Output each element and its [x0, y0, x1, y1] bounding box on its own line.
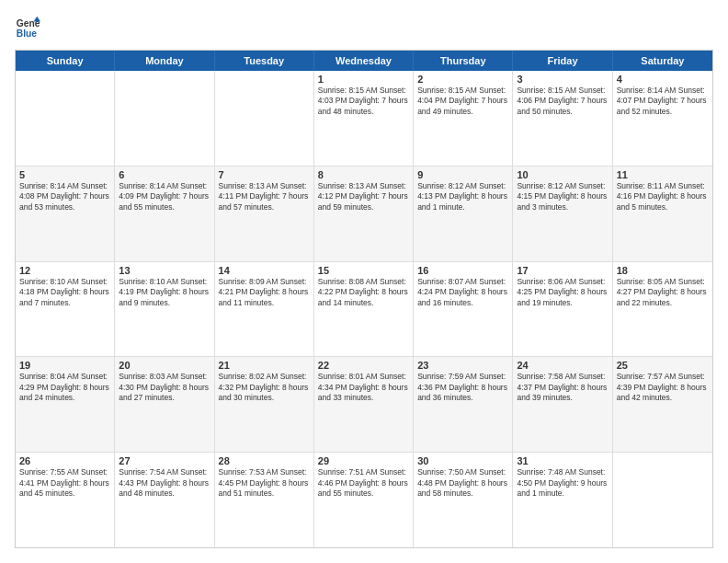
day-number: 17	[517, 265, 608, 276]
cell-info: Sunrise: 7:50 AM Sunset: 4:48 PM Dayligh…	[417, 467, 508, 499]
day-number: 13	[119, 265, 210, 276]
cell-info: Sunrise: 8:15 AM Sunset: 4:03 PM Dayligh…	[318, 86, 409, 117]
calendar-cell: 24Sunrise: 7:58 AM Sunset: 4:37 PM Dayli…	[513, 357, 612, 452]
day-number: 31	[517, 455, 608, 466]
calendar-cell: 11Sunrise: 8:11 AM Sunset: 4:16 PM Dayli…	[613, 167, 712, 261]
weekday-header: Saturday	[613, 51, 712, 71]
day-number: 22	[318, 360, 409, 371]
day-number: 26	[19, 455, 110, 466]
day-number: 10	[517, 169, 608, 180]
calendar-cell: 2Sunrise: 8:15 AM Sunset: 4:04 PM Daylig…	[414, 71, 513, 166]
cell-info: Sunrise: 7:59 AM Sunset: 4:36 PM Dayligh…	[417, 372, 508, 403]
day-number: 9	[417, 169, 508, 180]
calendar-cell: 28Sunrise: 7:53 AM Sunset: 4:45 PM Dayli…	[215, 453, 314, 547]
calendar-cell: 31Sunrise: 7:48 AM Sunset: 4:50 PM Dayli…	[513, 453, 612, 547]
calendar-cell: 18Sunrise: 8:05 AM Sunset: 4:27 PM Dayli…	[613, 262, 712, 357]
cell-info: Sunrise: 8:15 AM Sunset: 4:06 PM Dayligh…	[517, 86, 608, 117]
cell-info: Sunrise: 7:54 AM Sunset: 4:43 PM Dayligh…	[119, 467, 210, 499]
calendar-cell	[115, 71, 214, 166]
cell-info: Sunrise: 8:05 AM Sunset: 4:27 PM Dayligh…	[617, 277, 709, 308]
day-number: 19	[19, 360, 110, 371]
cell-info: Sunrise: 7:55 AM Sunset: 4:41 PM Dayligh…	[19, 467, 110, 499]
cell-info: Sunrise: 7:48 AM Sunset: 4:50 PM Dayligh…	[517, 467, 608, 499]
calendar-header: SundayMondayTuesdayWednesdayThursdayFrid…	[16, 51, 712, 71]
day-number: 1	[318, 74, 409, 85]
weekday-header: Thursday	[414, 51, 513, 71]
calendar-cell: 5Sunrise: 8:14 AM Sunset: 4:08 PM Daylig…	[16, 167, 115, 261]
cell-info: Sunrise: 8:13 AM Sunset: 4:11 PM Dayligh…	[219, 181, 310, 213]
cell-info: Sunrise: 8:11 AM Sunset: 4:16 PM Dayligh…	[617, 181, 709, 213]
calendar-cell: 7Sunrise: 8:13 AM Sunset: 4:11 PM Daylig…	[215, 167, 314, 261]
calendar-cell: 16Sunrise: 8:07 AM Sunset: 4:24 PM Dayli…	[414, 262, 513, 357]
logo-icon: General Blue	[15, 15, 40, 40]
calendar-row: 5Sunrise: 8:14 AM Sunset: 4:08 PM Daylig…	[16, 167, 712, 262]
calendar-cell: 25Sunrise: 7:57 AM Sunset: 4:39 PM Dayli…	[613, 357, 712, 452]
calendar-cell: 6Sunrise: 8:14 AM Sunset: 4:09 PM Daylig…	[115, 167, 214, 261]
day-number: 12	[19, 265, 110, 276]
calendar-cell: 29Sunrise: 7:51 AM Sunset: 4:46 PM Dayli…	[314, 453, 414, 547]
calendar-cell: 10Sunrise: 8:12 AM Sunset: 4:15 PM Dayli…	[513, 167, 612, 261]
calendar-cell: 26Sunrise: 7:55 AM Sunset: 4:41 PM Dayli…	[16, 453, 115, 547]
calendar-cell: 12Sunrise: 8:10 AM Sunset: 4:18 PM Dayli…	[16, 262, 115, 357]
calendar-cell: 21Sunrise: 8:02 AM Sunset: 4:32 PM Dayli…	[215, 357, 314, 452]
calendar-cell: 3Sunrise: 8:15 AM Sunset: 4:06 PM Daylig…	[513, 71, 612, 166]
weekday-header: Tuesday	[215, 51, 314, 71]
day-number: 2	[417, 74, 508, 85]
day-number: 14	[219, 265, 310, 276]
calendar-cell: 23Sunrise: 7:59 AM Sunset: 4:36 PM Dayli…	[414, 357, 513, 452]
calendar-row: 12Sunrise: 8:10 AM Sunset: 4:18 PM Dayli…	[16, 262, 712, 358]
calendar-cell: 20Sunrise: 8:03 AM Sunset: 4:30 PM Dayli…	[115, 357, 214, 452]
weekday-header: Monday	[115, 51, 214, 71]
header: General Blue	[15, 15, 713, 40]
day-number: 4	[617, 74, 709, 85]
day-number: 30	[417, 455, 508, 466]
calendar-cell	[16, 71, 115, 166]
calendar-cell: 8Sunrise: 8:13 AM Sunset: 4:12 PM Daylig…	[314, 167, 414, 261]
day-number: 11	[617, 169, 709, 180]
calendar-cell: 30Sunrise: 7:50 AM Sunset: 4:48 PM Dayli…	[414, 453, 513, 547]
day-number: 28	[219, 455, 310, 466]
day-number: 7	[219, 169, 310, 180]
calendar-cell: 1Sunrise: 8:15 AM Sunset: 4:03 PM Daylig…	[314, 71, 414, 166]
calendar-cell: 22Sunrise: 8:01 AM Sunset: 4:34 PM Dayli…	[314, 357, 414, 452]
calendar-cell: 17Sunrise: 8:06 AM Sunset: 4:25 PM Dayli…	[513, 262, 612, 357]
cell-info: Sunrise: 8:13 AM Sunset: 4:12 PM Dayligh…	[318, 181, 409, 213]
day-number: 29	[318, 455, 409, 466]
cell-info: Sunrise: 8:03 AM Sunset: 4:30 PM Dayligh…	[119, 372, 210, 403]
cell-info: Sunrise: 8:07 AM Sunset: 4:24 PM Dayligh…	[417, 277, 508, 308]
calendar-row: 19Sunrise: 8:04 AM Sunset: 4:29 PM Dayli…	[16, 357, 712, 453]
calendar-cell: 19Sunrise: 8:04 AM Sunset: 4:29 PM Dayli…	[16, 357, 115, 452]
weekday-header: Sunday	[16, 51, 115, 71]
page: General Blue SundayMondayTuesdayWednesda…	[0, 0, 728, 563]
cell-info: Sunrise: 8:14 AM Sunset: 4:07 PM Dayligh…	[617, 86, 709, 117]
cell-info: Sunrise: 8:08 AM Sunset: 4:22 PM Dayligh…	[318, 277, 409, 308]
cell-info: Sunrise: 8:12 AM Sunset: 4:15 PM Dayligh…	[517, 181, 608, 213]
calendar-cell: 27Sunrise: 7:54 AM Sunset: 4:43 PM Dayli…	[115, 453, 214, 547]
cell-info: Sunrise: 8:10 AM Sunset: 4:19 PM Dayligh…	[119, 277, 210, 308]
day-number: 18	[617, 265, 709, 276]
calendar-cell: 4Sunrise: 8:14 AM Sunset: 4:07 PM Daylig…	[613, 71, 712, 166]
cell-info: Sunrise: 8:14 AM Sunset: 4:08 PM Dayligh…	[19, 181, 110, 213]
day-number: 21	[219, 360, 310, 371]
cell-info: Sunrise: 8:06 AM Sunset: 4:25 PM Dayligh…	[517, 277, 608, 308]
weekday-header: Friday	[513, 51, 612, 71]
calendar-cell: 13Sunrise: 8:10 AM Sunset: 4:19 PM Dayli…	[115, 262, 214, 357]
cell-info: Sunrise: 7:57 AM Sunset: 4:39 PM Dayligh…	[617, 372, 709, 403]
logo: General Blue	[15, 15, 40, 40]
cell-info: Sunrise: 8:12 AM Sunset: 4:13 PM Dayligh…	[417, 181, 508, 213]
calendar-row: 1Sunrise: 8:15 AM Sunset: 4:03 PM Daylig…	[16, 71, 712, 167]
cell-info: Sunrise: 7:51 AM Sunset: 4:46 PM Dayligh…	[318, 467, 409, 499]
calendar: SundayMondayTuesdayWednesdayThursdayFrid…	[15, 50, 713, 548]
day-number: 8	[318, 169, 409, 180]
cell-info: Sunrise: 7:53 AM Sunset: 4:45 PM Dayligh…	[219, 467, 310, 499]
day-number: 20	[119, 360, 210, 371]
calendar-cell: 15Sunrise: 8:08 AM Sunset: 4:22 PM Dayli…	[314, 262, 414, 357]
calendar-cell	[613, 453, 712, 547]
cell-info: Sunrise: 7:58 AM Sunset: 4:37 PM Dayligh…	[517, 372, 608, 403]
cell-info: Sunrise: 8:15 AM Sunset: 4:04 PM Dayligh…	[417, 86, 508, 117]
day-number: 3	[517, 74, 608, 85]
cell-info: Sunrise: 8:02 AM Sunset: 4:32 PM Dayligh…	[219, 372, 310, 403]
day-number: 25	[617, 360, 709, 371]
weekday-header: Wednesday	[314, 51, 414, 71]
day-number: 23	[417, 360, 508, 371]
